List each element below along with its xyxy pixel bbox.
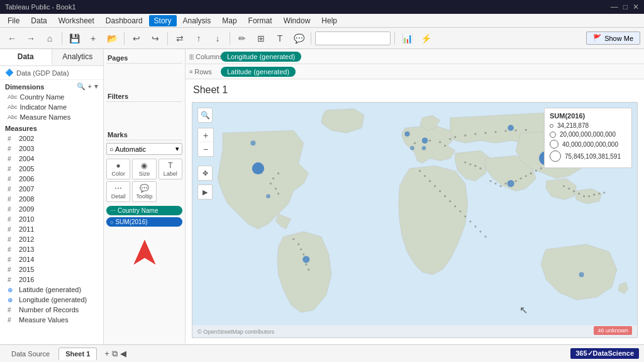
field-2014[interactable]: #2014 <box>0 254 103 264</box>
field-2003[interactable]: #2003 <box>0 144 103 154</box>
redo-button[interactable]: ↪ <box>147 30 164 47</box>
svg-point-52 <box>540 167 542 169</box>
field-measure-values[interactable]: #Measure Values <box>0 315 103 325</box>
columns-pill[interactable]: Longitude (generated) <box>221 52 301 62</box>
marks-detail[interactable]: ⋯ Detail <box>106 181 130 202</box>
search-icon[interactable]: 🔍 <box>77 82 86 91</box>
field-2009[interactable]: #2009 <box>0 204 103 214</box>
group-button[interactable]: ⊞ <box>253 30 269 47</box>
label-button[interactable]: T <box>272 30 288 47</box>
svg-point-2 <box>252 162 264 174</box>
close-button[interactable]: ✕ <box>633 3 639 11</box>
minimize-button[interactable]: — <box>611 3 618 11</box>
search-input[interactable] <box>315 31 391 45</box>
data-source-label[interactable]: 🔷 Data (GDP Data) <box>0 66 103 80</box>
legend-label-3: 40,000,000,000,000 <box>562 141 618 148</box>
add-icon[interactable]: + <box>88 82 92 91</box>
menu-help[interactable]: Help <box>316 15 342 26</box>
save-button[interactable]: 💾 <box>66 30 82 47</box>
field-2010[interactable]: #2010 <box>0 214 103 224</box>
legend-label-1: 34,218,878 <box>557 122 589 129</box>
field-latitude[interactable]: ⊕Latitude (generated) <box>0 285 103 295</box>
menu-worksheet[interactable]: Worksheet <box>53 15 99 26</box>
field-2002[interactable]: #2002 <box>0 133 103 144</box>
field-2015[interactable]: #2015 <box>0 264 103 274</box>
field-longitude[interactable]: ⊕Longitude (generated) <box>0 295 103 305</box>
menu-analysis[interactable]: Analysis <box>178 15 216 26</box>
field-2007[interactable]: #2007 <box>0 184 103 194</box>
measures-header: Measures <box>0 122 103 133</box>
svg-point-5 <box>422 137 428 144</box>
field-2008[interactable]: #2008 <box>0 194 103 204</box>
open-button[interactable]: 📂 <box>104 30 120 47</box>
map-expand-button[interactable]: ▶ <box>197 184 213 200</box>
zoom-out-button[interactable]: − <box>198 142 213 156</box>
field-2013[interactable]: #2013 <box>0 244 103 254</box>
field-measure-names[interactable]: Abc Measure Names <box>0 112 103 122</box>
highlight-button[interactable]: ✏ <box>234 30 250 47</box>
toolbar-sep1 <box>62 32 62 45</box>
rows-pill[interactable]: Latitude (generated) <box>221 67 296 77</box>
show-me-button[interactable]: 🚩 Show Me <box>586 31 640 45</box>
chart-button[interactable]: 📊 <box>399 30 415 47</box>
add-sheet-icon[interactable]: + <box>104 349 109 359</box>
svg-point-30 <box>424 175 426 177</box>
field-2012[interactable]: #2012 <box>0 234 103 244</box>
tab-data[interactable]: Data <box>0 49 52 65</box>
menu-data[interactable]: Data <box>26 15 52 26</box>
left-panel: Data Analytics 🔷 Data (GDP Data) Dimensi… <box>0 49 104 344</box>
field-2004[interactable]: #2004 <box>0 154 103 164</box>
move-left-icon[interactable]: ◀ <box>120 349 126 359</box>
svg-point-23 <box>474 133 476 135</box>
zoom-in-button[interactable]: + <box>198 128 213 142</box>
home-button[interactable]: ⌂ <box>42 30 58 47</box>
menu-story[interactable]: Story <box>149 15 177 26</box>
svg-point-37 <box>459 210 461 212</box>
field-2005[interactable]: #2005 <box>0 164 103 174</box>
back-button[interactable]: ← <box>4 30 20 47</box>
duplicate-sheet-icon[interactable]: ⧉ <box>112 349 118 359</box>
tab-analytics[interactable]: Analytics <box>52 49 104 65</box>
sort-asc-button[interactable]: ↑ <box>191 30 207 47</box>
menu-format[interactable]: Format <box>243 15 277 26</box>
map-pan-button[interactable]: ✥ <box>197 166 213 181</box>
sheet1-tab[interactable]: Sheet 1 <box>58 348 97 360</box>
marks-type-dropdown[interactable]: ○ Automatic ▾ <box>106 143 182 155</box>
map-container[interactable]: 🔍 + − ✥ ▶ <box>192 102 638 338</box>
maximize-button[interactable]: □ <box>623 3 628 11</box>
share-button[interactable]: ⚡ <box>418 30 434 47</box>
mark-pill-sum2016[interactable]: ○ SUM(2016) <box>106 217 182 227</box>
field-2016[interactable]: #2016 <box>0 274 103 285</box>
sort-desc-button[interactable]: ↓ <box>209 30 226 47</box>
field-2011[interactable]: #2011 <box>0 224 103 234</box>
forward-button[interactable]: → <box>23 30 39 47</box>
svg-point-44 <box>494 183 496 184</box>
marks-type-label: ○ Automatic <box>109 145 146 153</box>
field-indicator-name[interactable]: Abc Indicator Name <box>0 102 103 112</box>
collapse-icon[interactable]: ▾ <box>94 82 98 91</box>
marks-label[interactable]: T Label <box>158 159 182 179</box>
svg-point-19 <box>444 145 446 147</box>
undo-button[interactable]: ↩ <box>128 30 145 47</box>
map-search-button[interactable]: 🔍 <box>197 108 213 123</box>
new-button[interactable]: + <box>85 30 101 47</box>
flag-icon: 🚩 <box>593 34 602 42</box>
tooltip-icon: 💬 <box>140 184 149 193</box>
menu-dashboard[interactable]: Dashboard <box>101 15 148 26</box>
menu-file[interactable]: File <box>3 15 25 26</box>
svg-point-21 <box>454 136 456 138</box>
marks-color[interactable]: ● Color <box>106 159 130 179</box>
swap-button[interactable]: ⇄ <box>172 30 188 47</box>
data-source-tab[interactable]: Data Source <box>5 348 56 359</box>
marks-size[interactable]: ◉ Size <box>132 159 156 179</box>
menu-window[interactable]: Window <box>279 15 316 26</box>
tooltip-button[interactable]: 💬 <box>291 30 307 47</box>
field-country-name[interactable]: Abc Country Name <box>0 92 103 102</box>
field-num-records[interactable]: #Number of Records <box>0 305 103 315</box>
marks-tooltip[interactable]: 💬 Tooltip <box>132 181 156 202</box>
field-2006[interactable]: #2006 <box>0 174 103 184</box>
menu-map[interactable]: Map <box>217 15 242 26</box>
svg-point-68 <box>303 253 304 255</box>
pages-body <box>106 66 182 85</box>
mark-pill-country[interactable]: ⋯ Country Name <box>106 206 182 215</box>
